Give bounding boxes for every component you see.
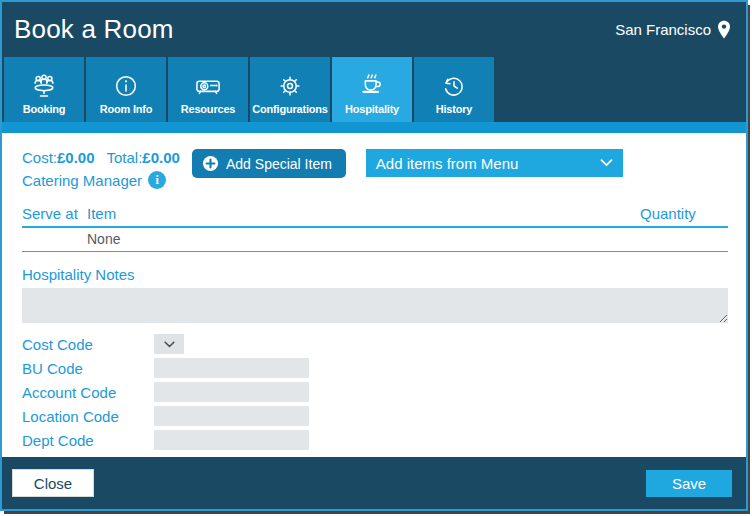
account-code-label: Account Code — [22, 384, 154, 401]
column-header-quantity: Quantity — [640, 205, 728, 222]
dept-code-input[interactable] — [154, 430, 309, 450]
close-button[interactable]: Close — [12, 469, 94, 497]
bu-code-label: BU Code — [22, 360, 154, 377]
catering-manager-label: Catering Manager — [22, 172, 142, 189]
tab-room-info[interactable]: Room Info — [86, 57, 166, 122]
bu-code-row: BU Code — [22, 356, 728, 380]
hospitality-panel: Cost:£0.00 Total:£0.00 Catering Manager … — [2, 133, 746, 457]
tab-bar: Booking Room Info — [2, 57, 746, 122]
page-title: Book a Room — [14, 14, 174, 45]
account-code-input[interactable] — [154, 382, 309, 402]
info-circle-icon — [112, 69, 140, 103]
add-items-from-menu-select[interactable]: Add items from Menu — [366, 149, 623, 177]
dept-code-row: Dept Code — [22, 428, 728, 452]
location-code-input[interactable] — [154, 406, 309, 426]
cost-code-row: Cost Code — [22, 332, 728, 356]
cost-code-select[interactable] — [154, 334, 184, 354]
meeting-attendees-icon — [29, 69, 59, 103]
column-header-serve-at: Serve at — [22, 205, 87, 222]
tab-label: Room Info — [100, 103, 153, 115]
hospitality-items-table: Serve at Item Quantity None — [22, 205, 728, 252]
dialog-footer: Close Save — [2, 457, 746, 509]
account-code-row: Account Code — [22, 380, 728, 404]
screen: Book a Room San Francisco — [0, 0, 752, 516]
tab-label: Booking — [23, 103, 66, 115]
dialog-header: Book a Room San Francisco — [2, 2, 746, 57]
add-special-item-label: Add Special Item — [226, 156, 332, 172]
tab-booking[interactable]: Booking — [4, 57, 84, 122]
catering-manager-line: Catering Manager i — [22, 171, 180, 189]
add-special-item-button[interactable]: Add Special Item — [192, 149, 346, 178]
save-button[interactable]: Save — [646, 470, 732, 497]
column-header-item: Item — [87, 205, 640, 222]
gear-icon — [276, 69, 304, 103]
cell-item: None — [87, 231, 640, 247]
chevron-down-icon — [600, 159, 613, 167]
location-code-row: Location Code — [22, 404, 728, 428]
location-indicator: San Francisco — [615, 20, 732, 40]
cost-code-label: Cost Code — [22, 336, 154, 353]
bu-code-input[interactable] — [154, 358, 309, 378]
tab-configurations[interactable]: Configurations — [250, 57, 330, 122]
location-code-label: Location Code — [22, 408, 154, 425]
plus-circle-icon — [202, 155, 219, 172]
menu-select-value: Add items from Menu — [376, 155, 519, 172]
tab-label: Configurations — [252, 103, 327, 115]
totals-block: Cost:£0.00 Total:£0.00 Catering Manager … — [22, 149, 180, 189]
tab-history[interactable]: History — [414, 57, 494, 122]
code-fields: Cost Code BU Code Account Code — [22, 332, 728, 452]
dept-code-label: Dept Code — [22, 432, 154, 449]
location-label: San Francisco — [615, 21, 711, 38]
total-value: £0.00 — [142, 149, 180, 166]
tab-label: History — [436, 103, 473, 115]
map-pin-icon — [716, 20, 732, 40]
history-clock-icon — [440, 69, 468, 103]
tab-hospitality[interactable]: Hospitality — [332, 57, 412, 122]
total-label: Total: — [106, 149, 142, 166]
table-row: None — [22, 228, 728, 252]
tab-label: Hospitality — [345, 103, 399, 115]
projector-icon — [193, 69, 223, 103]
accent-bar — [2, 122, 746, 133]
toolbar-row: Cost:£0.00 Total:£0.00 Catering Manager … — [22, 149, 728, 189]
coffee-cup-icon — [357, 69, 387, 103]
catering-manager-info-icon[interactable]: i — [148, 171, 166, 189]
cost-value: £0.00 — [57, 149, 95, 166]
tab-resources[interactable]: Resources — [168, 57, 248, 122]
cost-label: Cost: — [22, 149, 57, 166]
tab-label: Resources — [181, 103, 235, 115]
hospitality-notes-textarea[interactable] — [22, 288, 728, 323]
hospitality-notes-label: Hospitality Notes — [22, 266, 728, 283]
table-header-row: Serve at Item Quantity — [22, 205, 728, 228]
cost-total-line: Cost:£0.00 Total:£0.00 — [22, 149, 180, 166]
book-a-room-dialog: Book a Room San Francisco — [0, 0, 748, 511]
